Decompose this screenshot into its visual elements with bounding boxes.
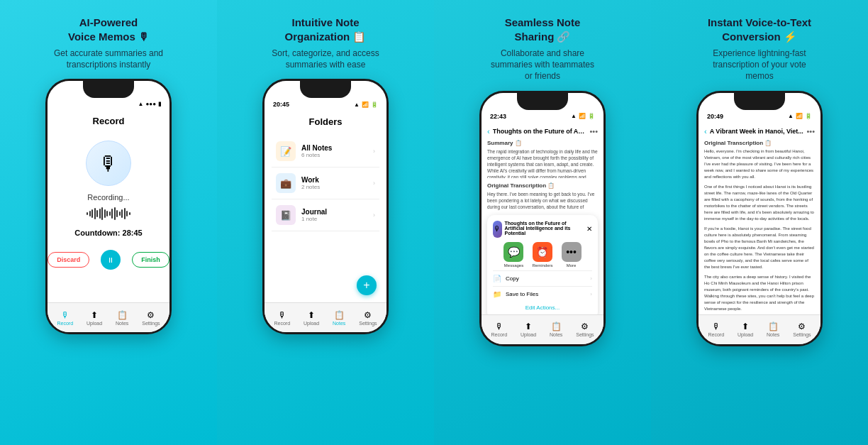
save-files-row[interactable]: 📁 Save to Files ›: [493, 286, 592, 302]
nav4-record[interactable]: 🎙 Record: [708, 322, 724, 337]
nav2-settings[interactable]: ⚙ Settings: [359, 310, 377, 326]
wave-bar: [106, 211, 108, 216]
wave-bar: [124, 208, 126, 219]
nav3-record[interactable]: 🎙 Record: [491, 322, 507, 337]
nav-settings[interactable]: ⚙ Settings: [142, 310, 160, 326]
wave-bar: [94, 208, 96, 219]
wave-bar: [111, 209, 113, 219]
wave-bar: [126, 211, 128, 216]
battery-icon: ▮: [158, 101, 161, 107]
nav-upload[interactable]: ⬆ Upload: [87, 310, 102, 326]
wave-bar: [116, 210, 118, 217]
copy-label: Copy: [506, 275, 586, 282]
folder-all-notes-count: 6 notes: [301, 152, 373, 158]
share-app-messages[interactable]: 💬 Messages: [503, 242, 523, 268]
wave-bar: [121, 209, 123, 218]
copy-icon: 📄: [493, 275, 501, 282]
screen-transcription: ‹ A Vibrant Week in Hanoi, Viet... ••• O…: [699, 123, 820, 344]
share-card-close[interactable]: ✕: [586, 225, 592, 233]
settings-nav-label: Settings: [142, 321, 160, 326]
panel-4-subtitle: Experience lightning-fasttranscription o…: [713, 48, 806, 82]
folder-journal-info: Journal 1 note: [301, 208, 373, 222]
nav2-notes[interactable]: 📋 Notes: [333, 310, 345, 326]
share-card-info: Thoughts on the Future of Artificial Int…: [505, 221, 584, 237]
share-card-title: Thoughts on the Future of Artificial Int…: [505, 221, 584, 236]
phone-3: 22:43 ▲ 📶 🔋 ‹ Thoughts on the Future of …: [479, 91, 606, 346]
status-icons-4: ▲ 📶 🔋: [788, 113, 812, 119]
folder-journal-name: Journal: [301, 208, 373, 216]
share-sheet: 🎙 Thoughts on the Future of Artificial I…: [487, 215, 598, 319]
nav2-settings-label: Settings: [359, 321, 377, 326]
nav4-settings[interactable]: ⚙ Settings: [793, 322, 811, 337]
nav3-record-icon: 🎙: [495, 322, 503, 331]
nav-notes[interactable]: 📋 Notes: [116, 310, 128, 326]
share-app-reminders[interactable]: ⏰ Reminders: [532, 242, 552, 268]
finish-button[interactable]: Finish: [132, 252, 169, 268]
discard-button[interactable]: Discard: [48, 252, 89, 268]
phone-screen-1: ▲ ●●● ▮ Record 🎙 Recording...: [48, 81, 169, 332]
save-files-chevron: ›: [590, 291, 592, 297]
mic-container[interactable]: 🎙: [86, 141, 131, 186]
signal-icon-3: 📶: [579, 113, 586, 119]
trans-note-title: A Vibrant Week in Hanoi, Viet...: [710, 128, 804, 135]
nav4-upload[interactable]: ⬆ Upload: [738, 322, 753, 337]
nav4-notes-icon: 📋: [768, 322, 779, 331]
nav3-settings[interactable]: ⚙ Settings: [576, 322, 594, 337]
edit-actions-link[interactable]: Edit Actions...: [493, 302, 592, 314]
note-menu-dots-3[interactable]: •••: [589, 127, 598, 136]
summary-label-3: Summary 📋: [487, 140, 598, 146]
status-time-2: 20:45: [273, 101, 289, 108]
panel-1-title: AI-PoweredVoice Memos 🎙: [68, 16, 149, 43]
trans-menu-dots[interactable]: •••: [806, 127, 815, 136]
save-files-icon: 📁: [493, 290, 501, 298]
nav2-upload[interactable]: ⬆ Upload: [304, 310, 319, 326]
nav4-notes[interactable]: 📋 Notes: [767, 322, 779, 337]
transcription-label-3: Original Transcription 📋: [487, 182, 598, 189]
messages-label: Messages: [504, 263, 523, 268]
folder-work[interactable]: 💼 Work 2 notes ›: [272, 167, 379, 199]
nav3-notes-label: Notes: [550, 332, 562, 337]
back-arrow-3[interactable]: ‹: [487, 127, 490, 136]
phone-notch-1: [83, 81, 134, 98]
mic-icon: 🎙: [99, 152, 118, 175]
panel-3-subtitle: Collaborate and sharesummaries with team…: [491, 48, 594, 82]
folder-work-info: Work 2 notes: [301, 176, 373, 190]
folder-journal[interactable]: 📓 Journal 1 note ›: [272, 199, 379, 231]
nav2-record[interactable]: 🎙 Record: [274, 310, 290, 326]
share-app-more[interactable]: ••• More: [562, 242, 582, 268]
nav3-upload[interactable]: ⬆ Upload: [521, 322, 536, 337]
nav3-notes[interactable]: 📋 Notes: [550, 322, 562, 337]
nav4-settings-icon: ⚙: [798, 322, 806, 331]
nav2-upload-label: Upload: [304, 321, 319, 326]
phone-nav-2: 🎙 Record ⬆ Upload 📋 Notes ⚙ Settings: [265, 302, 386, 332]
notes-nav-icon: 📋: [117, 310, 128, 320]
folder-work-icon-box: 💼: [276, 173, 296, 193]
panel-4: Instant Voice-to-TextConversion ⚡ Experi…: [651, 0, 868, 445]
trans-para-2: One of the first things I noticed about …: [704, 184, 815, 222]
folder-work-icon: 💼: [280, 178, 291, 189]
reminders-label: Reminders: [532, 263, 552, 268]
record-screen-title: Record: [93, 116, 125, 126]
folder-all-notes-icon: 📝: [280, 146, 291, 157]
recording-text: Recording...: [87, 193, 129, 202]
transcription-text-3: Hey there. I've been meaning to get back…: [487, 191, 598, 211]
nav4-upload-label: Upload: [738, 332, 753, 337]
pause-button[interactable]: ⏸: [101, 250, 121, 270]
wave-bar: [99, 209, 101, 219]
folder-all-notes[interactable]: 📝 All Notes 6 notes ›: [272, 136, 379, 167]
panel-2: Intuitive NoteOrganization 📋 Sort, categ…: [217, 0, 434, 445]
copy-row[interactable]: 📄 Copy ›: [493, 270, 592, 286]
status-time-4: 20:49: [707, 113, 723, 120]
status-time-3: 22:43: [490, 113, 506, 120]
nav2-notes-icon: 📋: [334, 310, 345, 320]
upload-nav-icon: ⬆: [91, 310, 98, 320]
trans-para-3: If you're a foodie, Hanoi is your paradi…: [704, 226, 815, 270]
phone-screen-3: 22:43 ▲ 📶 🔋 ‹ Thoughts on the Future of …: [482, 93, 603, 344]
nav3-upload-icon: ⬆: [525, 322, 532, 331]
nav-record[interactable]: 🎙 Record: [57, 310, 73, 326]
signal-icon: ●●●: [146, 101, 157, 107]
phone-nav-1: 🎙 Record ⬆ Upload 📋 Notes ⚙ Settings: [48, 302, 169, 332]
back-arrow-4[interactable]: ‹: [704, 127, 707, 136]
wave-bar: [104, 209, 106, 218]
phone-1: ▲ ●●● ▮ Record 🎙 Recording...: [45, 79, 172, 334]
